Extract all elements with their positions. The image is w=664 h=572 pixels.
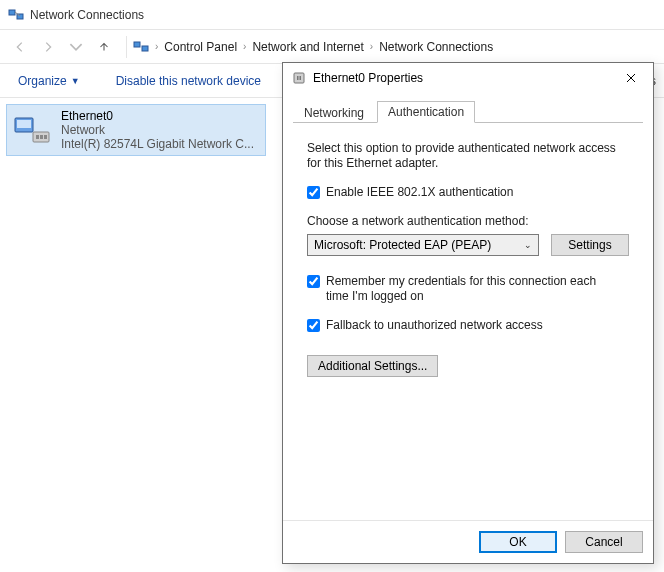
network-connections-icon <box>133 39 149 55</box>
window-titlebar: Network Connections <box>0 0 664 30</box>
remember-credentials-row: Remember my credentials for this connect… <box>307 274 629 304</box>
cancel-label: Cancel <box>585 535 622 549</box>
svg-rect-4 <box>142 46 148 51</box>
breadcrumb-item[interactable]: Network Connections <box>375 38 497 56</box>
enable-8021x-checkbox[interactable] <box>307 186 320 199</box>
tab-networking[interactable]: Networking <box>293 102 375 123</box>
breadcrumb-item[interactable]: Network and Internet <box>248 38 367 56</box>
authentication-pane: Select this option to provide authentica… <box>293 123 643 510</box>
additional-settings-label: Additional Settings... <box>318 359 427 373</box>
settings-button[interactable]: Settings <box>551 234 629 256</box>
recent-locations-button[interactable] <box>64 35 88 59</box>
ethernet-adapter-icon <box>13 114 53 146</box>
disable-device-button[interactable]: Disable this network device <box>110 70 267 92</box>
window-title: Network Connections <box>30 8 144 22</box>
ethernet-icon <box>291 70 307 86</box>
navigation-bar: › Control Panel › Network and Internet ›… <box>0 30 664 64</box>
organize-menu[interactable]: Organize ▼ <box>12 70 86 92</box>
caret-down-icon: ▼ <box>71 76 80 86</box>
caret-down-icon: ⌄ <box>524 240 532 250</box>
fallback-row: Fallback to unauthorized network access <box>307 318 629 333</box>
properties-dialog: Ethernet0 Properties Networking Authenti… <box>282 62 654 564</box>
tab-strip: Networking Authentication <box>293 99 643 123</box>
tab-label: Authentication <box>388 105 464 119</box>
method-label: Choose a network authentication method: <box>307 214 629 228</box>
svg-rect-3 <box>134 42 140 47</box>
dialog-title: Ethernet0 Properties <box>313 71 617 85</box>
connection-item-ethernet0[interactable]: Ethernet0 Network Intel(R) 82574L Gigabi… <box>6 104 266 156</box>
remember-credentials-checkbox[interactable] <box>307 275 320 288</box>
ok-button[interactable]: OK <box>479 531 557 553</box>
connection-name: Ethernet0 <box>61 109 254 123</box>
forward-button[interactable] <box>36 35 60 59</box>
fallback-checkbox[interactable] <box>307 319 320 332</box>
close-button[interactable] <box>617 68 645 88</box>
chevron-right-icon[interactable]: › <box>155 41 158 52</box>
separator <box>126 36 127 58</box>
pane-description: Select this option to provide authentica… <box>307 141 627 171</box>
ok-label: OK <box>509 535 526 549</box>
cancel-button[interactable]: Cancel <box>565 531 643 553</box>
chevron-right-icon[interactable]: › <box>243 41 246 52</box>
dialog-titlebar[interactable]: Ethernet0 Properties <box>283 63 653 93</box>
back-button[interactable] <box>8 35 32 59</box>
connection-status: Network <box>61 123 254 137</box>
connection-text: Ethernet0 Network Intel(R) 82574L Gigabi… <box>61 109 254 151</box>
organize-label: Organize <box>18 74 67 88</box>
settings-label: Settings <box>568 238 611 252</box>
svg-rect-0 <box>9 10 15 15</box>
remember-credentials-label[interactable]: Remember my credentials for this connect… <box>326 274 616 304</box>
breadcrumb[interactable]: › Control Panel › Network and Internet ›… <box>133 38 497 56</box>
fallback-label[interactable]: Fallback to unauthorized network access <box>326 318 543 333</box>
connection-device: Intel(R) 82574L Gigabit Network C... <box>61 137 254 151</box>
svg-rect-13 <box>300 76 302 80</box>
up-button[interactable] <box>92 35 116 59</box>
dialog-footer: OK Cancel <box>283 520 653 563</box>
svg-rect-10 <box>44 135 47 139</box>
method-dropdown[interactable]: Microsoft: Protected EAP (PEAP) ⌄ <box>307 234 539 256</box>
svg-rect-9 <box>40 135 43 139</box>
dialog-body: Networking Authentication Select this op… <box>283 93 653 520</box>
svg-rect-6 <box>17 120 31 128</box>
tab-authentication[interactable]: Authentication <box>377 101 475 123</box>
svg-rect-8 <box>36 135 39 139</box>
svg-rect-12 <box>297 76 299 80</box>
method-value: Microsoft: Protected EAP (PEAP) <box>314 238 491 252</box>
enable-8021x-label[interactable]: Enable IEEE 802.1X authentication <box>326 185 513 200</box>
network-connections-icon <box>8 7 24 23</box>
additional-settings-button[interactable]: Additional Settings... <box>307 355 438 377</box>
chevron-right-icon[interactable]: › <box>370 41 373 52</box>
disable-label: Disable this network device <box>116 74 261 88</box>
svg-rect-11 <box>294 73 304 83</box>
enable-8021x-row: Enable IEEE 802.1X authentication <box>307 185 629 200</box>
method-row: Microsoft: Protected EAP (PEAP) ⌄ Settin… <box>307 234 629 256</box>
breadcrumb-item[interactable]: Control Panel <box>160 38 241 56</box>
tab-label: Networking <box>304 106 364 120</box>
